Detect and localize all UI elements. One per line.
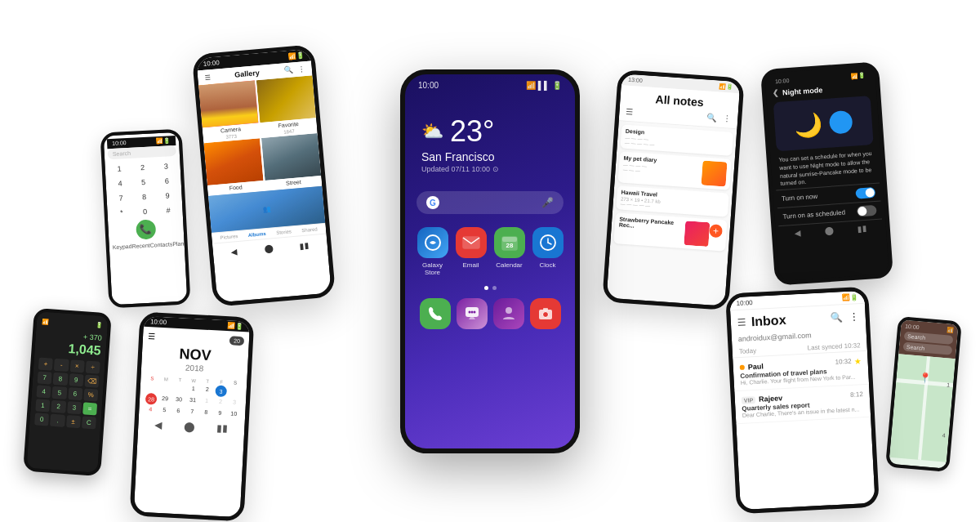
dock-camera[interactable] — [527, 298, 564, 329]
key-8[interactable]: 8 — [133, 190, 155, 203]
tab-stories[interactable]: Stories — [276, 229, 292, 235]
night-nav-back[interactable]: ◀ — [794, 229, 801, 239]
email-item-rajeev[interactable]: VIP Rajeev 8:12 Quarterly sales report D… — [734, 385, 871, 425]
app-clock[interactable]: Clock — [532, 227, 564, 276]
cal-day-3[interactable]: 3 — [215, 385, 227, 397]
gallery-search-icon[interactable]: 🔍 — [283, 65, 293, 74]
cal-day-4[interactable]: 4 — [144, 404, 158, 414]
notes-search-icon[interactable]: 🔍 — [706, 113, 717, 123]
cal-day-5[interactable]: 5 — [158, 405, 172, 415]
cal-day-1b[interactable]: 1 — [200, 396, 214, 408]
calc-2[interactable]: 2 — [51, 400, 65, 413]
tab-albums[interactable]: Albums — [248, 231, 266, 238]
key-2[interactable]: 2 — [131, 160, 154, 174]
calc-minus[interactable]: - — [54, 359, 69, 372]
app-calendar[interactable]: 28 Calendar — [493, 227, 525, 276]
calc-divide[interactable]: ÷ — [85, 361, 100, 374]
calc-3[interactable]: 3 — [67, 401, 82, 414]
tab-shared[interactable]: Shared — [301, 227, 318, 234]
email-menu-icon[interactable]: ☰ — [737, 316, 747, 328]
sun-circle — [829, 110, 853, 135]
calc-5[interactable]: 5 — [52, 386, 67, 399]
key-star[interactable]: * — [110, 206, 132, 220]
dock-messages[interactable] — [453, 298, 490, 329]
cal-nav: ◀ ⬤ ▮▮ — [143, 418, 240, 435]
tab-pictures[interactable]: Pictures — [220, 234, 238, 240]
dock-bixby[interactable] — [490, 298, 527, 329]
calc-times[interactable]: × — [69, 359, 84, 373]
tab-planner[interactable]: Planner — [172, 240, 187, 247]
cal-nav-fwd[interactable]: ▮▮ — [216, 422, 229, 435]
night-nav-home[interactable]: ⬤ — [825, 226, 835, 236]
night-nav-recents[interactable]: ▮▮ — [858, 224, 868, 234]
toggle-2[interactable] — [857, 205, 877, 217]
cal-day-2b[interactable]: 2 — [214, 396, 228, 408]
toggle-1[interactable] — [855, 187, 875, 199]
email-search-icon[interactable]: 🔍 — [830, 311, 843, 323]
key-7[interactable]: 7 — [109, 191, 131, 205]
svg-rect-1 — [463, 237, 479, 248]
clock-label: Clock — [539, 261, 555, 269]
notes-more-icon[interactable]: ⋮ — [723, 114, 732, 123]
key-1[interactable]: 1 — [108, 162, 130, 176]
cal-menu[interactable]: ☰ — [148, 332, 156, 341]
cal-day-3b[interactable]: 3 — [228, 397, 242, 409]
tab-contacts[interactable]: Contacts — [149, 241, 172, 248]
tab-keypad[interactable]: Keypad — [113, 243, 132, 250]
cal-nav-back[interactable]: ◀ — [154, 419, 163, 431]
cal-day-28[interactable]: 28 — [145, 393, 158, 405]
calc-dot[interactable]: . — [50, 414, 65, 427]
cal-day-7[interactable]: 7 — [185, 407, 199, 417]
cal-status-icons: 📶🔋 — [227, 322, 243, 330]
key-hash[interactable]: # — [157, 203, 179, 217]
nav-home[interactable]: ⬤ — [264, 243, 274, 253]
key-0[interactable]: 0 — [134, 204, 156, 218]
calc-clear[interactable]: C — [82, 416, 96, 429]
note-design[interactable]: Design — — — —— — — — — — [620, 124, 733, 155]
cal-day-30[interactable]: 30 — [172, 395, 186, 407]
cal-nav-home[interactable]: ⬤ — [184, 421, 195, 433]
call-button[interactable]: 📞 — [136, 219, 156, 239]
notes-menu-icon[interactable]: ☰ — [626, 107, 634, 117]
calc-equals[interactable]: = — [82, 402, 97, 415]
calc-8[interactable]: 8 — [53, 373, 68, 386]
calc-backspace[interactable]: ⌫ — [84, 374, 99, 387]
cal-day-2[interactable]: 2 — [200, 385, 214, 397]
cal-day-10[interactable]: 10 — [227, 408, 241, 418]
calc-1[interactable]: 1 — [35, 399, 50, 412]
email-paul-time: 10:32 — [835, 358, 851, 366]
nav-back[interactable]: ◀ — [231, 247, 238, 257]
calc-4[interactable]: 4 — [36, 385, 51, 398]
email-more-icon[interactable]: ⋮ — [849, 310, 859, 323]
cal-day-8[interactable]: 8 — [199, 407, 213, 417]
app-galaxy-store[interactable]: Galaxy Store — [416, 227, 448, 276]
note-strawberry[interactable]: + Strawberry Pancake Rec... — [613, 212, 727, 251]
key-9[interactable]: 9 — [157, 189, 179, 203]
note-add-button[interactable]: + — [709, 224, 723, 238]
note-pet-diary[interactable]: My pet diary — — — —— — — — [617, 151, 731, 190]
note-hawaii[interactable]: Hawaii Travel 273 × 19 • 21.7 kb— — — — … — [616, 185, 729, 216]
cal-day-31[interactable]: 31 — [186, 395, 200, 408]
app-email[interactable]: Email — [455, 227, 487, 276]
cal-day-9[interactable]: 9 — [213, 408, 227, 417]
gallery-more-icon[interactable]: ⋮ — [297, 65, 305, 74]
calc-plus[interactable]: + — [38, 357, 53, 370]
cal-day-1[interactable]: 1 — [186, 384, 200, 396]
calc-6[interactable]: 6 — [68, 387, 82, 400]
nav-recents[interactable]: ▮▮ — [299, 241, 310, 251]
calc-7[interactable]: 7 — [38, 371, 52, 384]
dock-phone[interactable] — [416, 298, 453, 329]
key-6[interactable]: 6 — [156, 174, 178, 188]
calc-9[interactable]: 9 — [69, 373, 83, 386]
back-arrow-icon[interactable]: ❮ — [773, 89, 780, 98]
calc-plusminus[interactable]: ± — [65, 415, 80, 428]
calc-percent[interactable]: % — [83, 388, 98, 401]
cal-day-29[interactable]: 29 — [158, 394, 172, 406]
calc-0[interactable]: 0 — [34, 413, 49, 426]
tab-recent[interactable]: Recent — [131, 243, 150, 249]
cal-day-6[interactable]: 6 — [172, 406, 185, 416]
key-3[interactable]: 3 — [155, 159, 177, 173]
google-search-bar[interactable]: G 🎤 — [416, 191, 564, 214]
key-4[interactable]: 4 — [109, 176, 131, 190]
key-5[interactable]: 5 — [132, 175, 154, 189]
